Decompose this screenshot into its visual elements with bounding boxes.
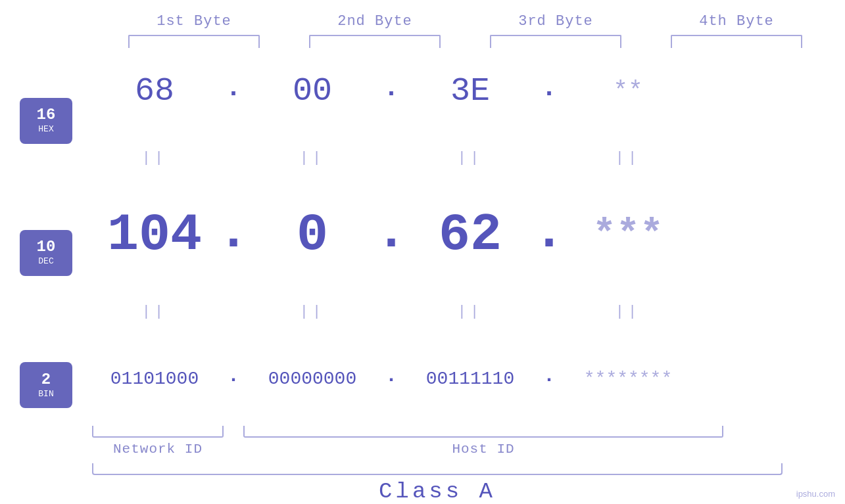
dec-dot-2: . — [381, 202, 401, 267]
net-host-labels: Network ID Host ID — [92, 442, 796, 457]
dec-badge: 10 DEC — [20, 230, 72, 276]
watermark: ipshu.com — [796, 489, 835, 499]
hex-byte4: ** — [559, 77, 697, 105]
bin-byte1: 01101000 — [85, 369, 224, 389]
bin-row: 01101000 . 00000000 . 00111110 . — [85, 352, 845, 405]
hex-byte2: 00 — [243, 72, 381, 110]
byte-label-4: 4th Byte — [664, 13, 809, 30]
hex-dot-1: . — [224, 74, 243, 108]
top-brackets — [104, 35, 827, 48]
hex-dot-2: . — [381, 74, 401, 108]
bin-dot-2: . — [381, 365, 401, 392]
host-id-label: Host ID — [243, 442, 723, 457]
bracket-1 — [128, 35, 260, 48]
byte-label-1: 1st Byte — [122, 13, 266, 30]
bottom-brackets-bin — [92, 426, 796, 438]
byte-label-3: 3rd Byte — [483, 13, 628, 30]
dec-byte1: 104 — [85, 205, 224, 265]
base-labels-column: 16 HEX 10 DEC 2 BIN — [0, 48, 85, 504]
hex-row: 68 . 00 . 3E . ** — [85, 65, 845, 118]
bottom-bracket-host — [243, 426, 723, 438]
bracket-3 — [490, 35, 621, 48]
byte-headers: 1st Byte 2nd Byte 3rd Byte 4th Byte — [104, 0, 827, 30]
dec-dot-3: . — [539, 202, 559, 267]
byte-label-2: 2nd Byte — [302, 13, 447, 30]
equals-row-2: || || || || — [85, 298, 845, 325]
bin-dot-1: . — [224, 365, 243, 392]
hex-dot-3: . — [539, 74, 559, 108]
equals-row-1: || || || || — [85, 145, 845, 172]
bin-byte3: 00111110 — [401, 369, 539, 389]
dec-byte2: 0 — [243, 205, 381, 265]
bin-dot-3: . — [539, 365, 559, 392]
dec-dot-1: . — [224, 202, 243, 267]
bottom-bracket-net — [92, 426, 224, 438]
hex-badge: 16 HEX — [20, 98, 72, 144]
bracket-2 — [309, 35, 441, 48]
dec-byte4: *** — [559, 212, 697, 257]
bin-byte4: ******** — [559, 369, 697, 389]
network-id-label: Network ID — [92, 442, 224, 457]
class-bracket — [92, 463, 783, 475]
dec-byte3: 62 — [401, 205, 539, 265]
hex-byte1: 68 — [85, 72, 224, 110]
class-label: Class A — [92, 479, 783, 504]
main-container: 1st Byte 2nd Byte 3rd Byte 4th Byte 16 H… — [0, 0, 845, 504]
bottom-section: Network ID Host ID Class A — [85, 426, 822, 504]
bracket-4 — [671, 35, 802, 48]
hex-byte3: 3E — [401, 72, 539, 110]
bin-byte2: 00000000 — [243, 369, 381, 389]
dec-row: 104 . 0 . 62 . *** — [85, 198, 845, 271]
bin-badge: 2 BIN — [20, 362, 72, 408]
